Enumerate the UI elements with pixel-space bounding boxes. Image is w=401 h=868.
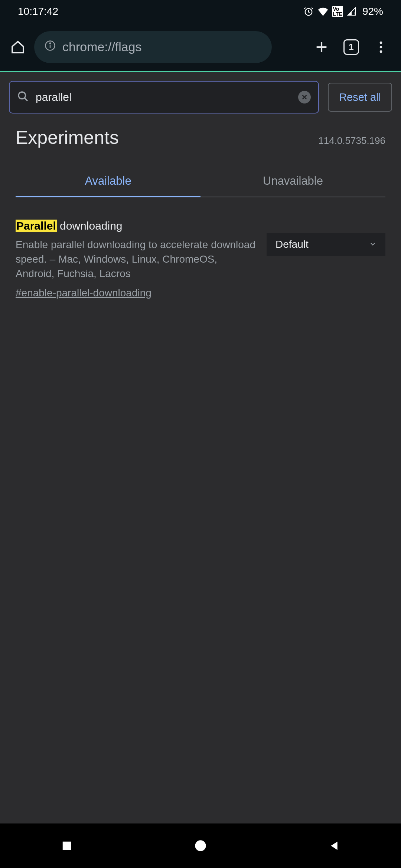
tab-count: 1 (343, 39, 359, 55)
nav-recents-button[interactable] (45, 835, 89, 857)
status-indicators: VoLTE ! 92% (303, 6, 383, 17)
svg-text:!: ! (354, 11, 355, 16)
tab-available[interactable]: Available (16, 166, 200, 197)
flag-anchor-link[interactable]: #enable-parallel-downloading (16, 287, 151, 299)
search-icon (17, 91, 29, 104)
clear-search-button[interactable] (298, 91, 311, 103)
url-bar[interactable]: chrome://flags (34, 31, 272, 63)
svg-point-8 (380, 46, 382, 48)
flag-description: Enable parallel downloading to accelerat… (16, 237, 256, 281)
svg-point-10 (19, 92, 26, 99)
svg-line-11 (25, 98, 27, 101)
overflow-menu-button[interactable] (370, 36, 392, 58)
home-button[interactable] (9, 38, 27, 56)
flag-title: Parallel downloading (16, 220, 256, 232)
system-nav-bar (0, 823, 401, 868)
wifi-icon (317, 7, 329, 16)
flag-dropdown[interactable]: Default (267, 233, 385, 256)
browser-toolbar: chrome://flags 1 (0, 23, 401, 72)
svg-point-9 (380, 50, 382, 53)
url-text: chrome://flags (62, 40, 142, 54)
battery-level: 92% (362, 6, 383, 17)
svg-point-4 (50, 43, 51, 44)
version-label: 114.0.5735.196 (318, 135, 385, 147)
flag-dropdown-value: Default (276, 239, 309, 250)
flag-title-highlight: Parallel (16, 220, 57, 232)
nav-home-button[interactable] (178, 835, 223, 857)
page-title: Experiments (16, 127, 119, 148)
info-icon (45, 40, 56, 54)
tab-switcher-button[interactable]: 1 (340, 36, 362, 58)
flag-row: Parallel downloading Enable parallel dow… (0, 197, 401, 299)
search-box[interactable] (9, 81, 319, 114)
status-time: 10:17:42 (18, 6, 58, 17)
tabs: Available Unavailable (0, 166, 401, 197)
tab-unavailable[interactable]: Unavailable (200, 166, 385, 197)
search-input[interactable] (36, 91, 291, 103)
status-bar: 10:17:42 VoLTE ! 92% (0, 0, 401, 23)
reset-all-button[interactable]: Reset all (328, 83, 392, 112)
flag-title-rest: downloading (57, 220, 123, 232)
svg-point-15 (195, 840, 206, 851)
flags-page: Reset all Experiments 114.0.5735.196 Ava… (0, 72, 401, 823)
chevron-down-icon (369, 239, 376, 250)
svg-rect-14 (63, 842, 71, 850)
signal-icon: ! (347, 7, 356, 16)
svg-point-7 (380, 41, 382, 44)
alarm-icon (303, 6, 314, 17)
nav-back-button[interactable] (312, 835, 356, 857)
volte-icon: VoLTE (332, 6, 343, 17)
new-tab-button[interactable] (310, 36, 333, 58)
